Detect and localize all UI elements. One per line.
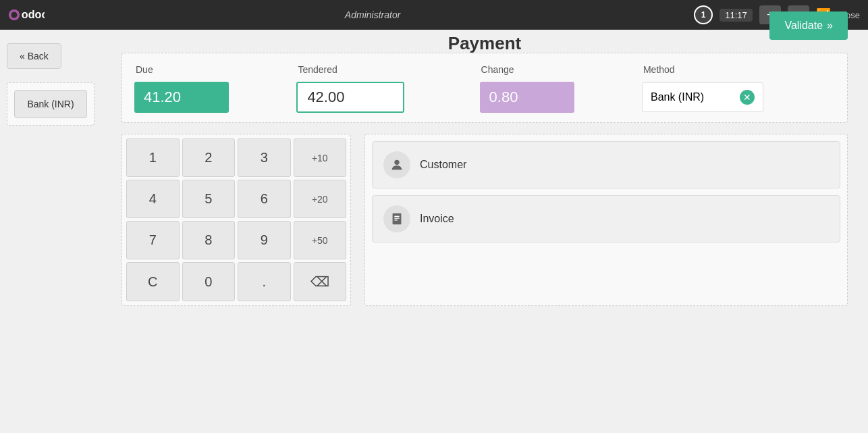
numpad-5[interactable]: 5 <box>182 180 236 218</box>
due-value: 41.20 <box>134 82 229 113</box>
numpad-plus50[interactable]: +50 <box>294 221 347 259</box>
action-panel: Customer Invoice <box>364 134 848 306</box>
tendered-input[interactable] <box>296 82 404 113</box>
topbar: odoo Administrator 1 11:17 + ≡ 📶 Close <box>0 0 868 30</box>
numpad-6[interactable]: 6 <box>238 180 291 218</box>
validate-button[interactable]: Validate <box>769 11 848 40</box>
session-time: 11:17 <box>720 9 753 22</box>
col-tendered: Tendered <box>291 60 474 79</box>
numpad-0[interactable]: 0 <box>182 262 236 301</box>
back-button[interactable]: « Back <box>7 43 61 69</box>
left-panel: « Back Bank (INR) <box>0 30 101 433</box>
numpad-7[interactable]: 7 <box>126 221 180 259</box>
col-change: Change <box>474 60 636 79</box>
svg-point-1 <box>11 12 18 18</box>
payment-row: 41.20 0.80 Bank (INR) ✕ <box>129 79 840 116</box>
payment-methods-panel: Bank (INR) <box>7 82 94 126</box>
change-value: 0.80 <box>480 82 574 113</box>
col-method: Method <box>636 60 840 79</box>
bottom-section: 1 2 3 +10 4 5 6 +20 7 8 9 +50 C 0 . ⌫ <box>121 134 848 306</box>
numpad-backspace[interactable]: ⌫ <box>294 262 347 301</box>
svg-point-3 <box>394 160 399 165</box>
numpad-3[interactable]: 3 <box>238 138 291 177</box>
invoice-icon <box>383 205 410 232</box>
numpad-plus20[interactable]: +20 <box>294 180 347 218</box>
session-badge: 1 <box>694 5 713 24</box>
numpad-9[interactable]: 9 <box>238 221 291 259</box>
numpad-8[interactable]: 8 <box>182 221 236 259</box>
numpad-2[interactable]: 2 <box>182 138 236 177</box>
numpad-clear[interactable]: C <box>126 262 180 301</box>
invoice-button[interactable]: Invoice <box>372 195 840 243</box>
numpad-decimal[interactable]: . <box>238 262 291 301</box>
page-title: Payment <box>448 33 521 54</box>
invoice-label: Invoice <box>420 213 454 225</box>
payment-method-bank[interactable]: Bank (INR) <box>14 90 87 118</box>
svg-text:odoo: odoo <box>22 8 45 20</box>
numpad-plus10[interactable]: +10 <box>294 138 347 177</box>
main-area: « Back Bank (INR) Payment Validate Due T… <box>0 30 868 433</box>
remove-method-button[interactable]: ✕ <box>740 90 755 105</box>
right-panel: Payment Validate Due Tendered Change Met… <box>101 30 868 433</box>
numpad-1[interactable]: 1 <box>126 138 180 177</box>
method-cell: Bank (INR) ✕ <box>642 82 763 112</box>
customer-label: Customer <box>420 159 466 171</box>
method-name: Bank (INR) <box>651 91 704 103</box>
col-due: Due <box>129 60 291 79</box>
payment-table: Due Tendered Change Method 41.20 <box>129 60 840 116</box>
customer-button[interactable]: Customer <box>372 141 840 188</box>
customer-icon <box>383 151 410 178</box>
validate-label: Validate <box>784 20 823 32</box>
numpad-4[interactable]: 4 <box>126 180 180 218</box>
svg-rect-4 <box>393 213 402 225</box>
numpad: 1 2 3 +10 4 5 6 +20 7 8 9 +50 C 0 . ⌫ <box>121 134 351 306</box>
admin-label: Administrator <box>58 9 687 20</box>
odoo-logo: odoo <box>8 5 45 24</box>
